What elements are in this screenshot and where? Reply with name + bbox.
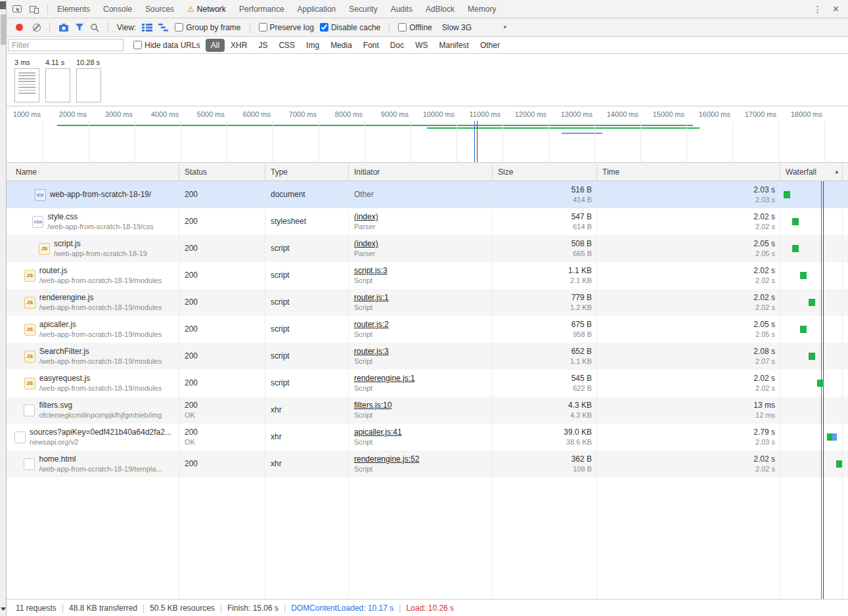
initiator-link[interactable]: router.js:1	[354, 293, 487, 303]
type-filter-js[interactable]: JS	[253, 39, 273, 52]
table-row[interactable]: apicaller.js /web-app-from-scratch-18-19…	[7, 316, 848, 343]
waterfall-bar[interactable]	[784, 191, 790, 198]
type-filter-font[interactable]: Font	[358, 39, 384, 52]
type-filter-doc[interactable]: Doc	[385, 39, 409, 52]
scrollbar-thumb[interactable]	[1, 14, 6, 45]
initiator-link[interactable]: renderengine.js:1	[354, 374, 487, 384]
initiator-link[interactable]: apicaller.js:41	[354, 428, 487, 437]
column-header-waterfall[interactable]: Waterfall ▲	[780, 163, 843, 181]
initiator-link[interactable]: Other	[354, 190, 487, 200]
table-row[interactable]: router.js /web-app-from-scratch-18-19/mo…	[7, 262, 848, 289]
initiator-link[interactable]: (index)	[354, 239, 487, 249]
waterfall-bar[interactable]	[800, 326, 807, 333]
column-header-time[interactable]: Time	[597, 163, 780, 181]
panel-tab-audits[interactable]: Audits	[384, 0, 419, 18]
search-icon[interactable]	[90, 23, 99, 32]
waterfall-bar[interactable]	[792, 245, 799, 252]
type-filter-manifest[interactable]: Manifest	[434, 39, 474, 52]
close-devtools-icon[interactable]: ×	[833, 3, 839, 15]
offline-checkbox-input[interactable]	[398, 23, 407, 32]
panel-tab-console[interactable]: Console	[97, 0, 139, 18]
group-by-frame-checkbox-input[interactable]	[175, 23, 183, 32]
view-request-rows-icon[interactable]	[142, 24, 152, 32]
panel-tab-adblock[interactable]: AdBlock	[419, 0, 461, 18]
more-options-icon[interactable]: ⋮	[813, 4, 822, 14]
column-header-initiator[interactable]: Initiator	[349, 163, 493, 181]
table-row[interactable]: web-app-from-scratch-18-19/ 200 document…	[7, 181, 848, 208]
type-filter-css[interactable]: CSS	[273, 39, 300, 52]
transferred-size: 362 B	[571, 454, 592, 464]
clear-button[interactable]	[33, 24, 41, 32]
type-filter-ws[interactable]: WS	[410, 39, 433, 52]
table-row[interactable]: style.css /web-app-from-scratch-18-19/cs…	[7, 208, 848, 235]
divider	[47, 4, 48, 14]
filmstrip-frame[interactable]: 4.11 s	[45, 58, 70, 106]
waterfall-bar[interactable]	[800, 272, 807, 279]
preserve-log-checkbox-input[interactable]	[259, 23, 267, 32]
type-filter-xhr[interactable]: XHR	[225, 39, 252, 52]
offline-checkbox[interactable]: Offline	[398, 23, 432, 32]
panel-tab-sources[interactable]: Sources	[139, 0, 181, 18]
transferred-size: 652 B	[571, 347, 592, 357]
filter-input[interactable]	[8, 39, 123, 51]
waterfall-bar[interactable]	[836, 460, 842, 468]
table-row[interactable]: renderengine.js /web-app-from-scratch-18…	[7, 289, 848, 316]
column-header-type[interactable]: Type	[265, 163, 349, 181]
filmstrip-thumbnail[interactable]	[76, 68, 101, 102]
throttling-select[interactable]: Slow 3G ▼	[442, 23, 508, 32]
table-row[interactable]: easyrequest.js /web-app-from-scratch-18-…	[7, 370, 848, 397]
table-row[interactable]: script.js /web-app-from-scratch-18-19 20…	[7, 235, 848, 262]
table-row[interactable]: home.html /web-app-from-scratch-18-19/te…	[7, 451, 848, 477]
waterfall-bar[interactable]	[832, 433, 837, 441]
column-header-name[interactable]: Name	[7, 163, 179, 181]
type-filter-other[interactable]: Other	[475, 39, 505, 52]
initiator-link[interactable]: renderengine.js:52	[354, 454, 487, 464]
disable-cache-checkbox[interactable]: Disable cache	[320, 23, 380, 32]
waterfall-bar[interactable]	[809, 353, 815, 360]
scrollbar-down-arrow-icon[interactable]	[1, 607, 6, 611]
initiator-link[interactable]: router.js:2	[354, 320, 487, 330]
type-filter-media[interactable]: Media	[325, 39, 357, 52]
initiator-link[interactable]: filters.js:10	[354, 401, 487, 410]
waterfall-bar[interactable]	[792, 218, 799, 225]
column-header-size[interactable]: Size	[493, 163, 597, 181]
cell-initiator: Other	[349, 181, 493, 208]
initiator-link[interactable]: router.js:3	[354, 347, 487, 357]
initiator-link[interactable]: script.js:3	[354, 266, 487, 276]
cell-status: 200	[179, 208, 265, 235]
hide-data-urls-checkbox[interactable]: Hide data URLs	[133, 41, 200, 50]
panel-tab-application[interactable]: Application	[291, 0, 343, 18]
initiator-link[interactable]: (index)	[354, 212, 487, 222]
filmstrip-thumbnail[interactable]	[14, 68, 39, 102]
table-row[interactable]: sources?apiKey=0edf421b40a64d2fa2... new…	[7, 424, 848, 451]
waterfall-bar[interactable]	[809, 299, 815, 306]
panel-tab-security[interactable]: Security	[342, 0, 384, 18]
panel-tab-elements[interactable]: Elements	[51, 0, 97, 18]
cell-name: filters.svg ofclemegkcmilinpcimpjkfhjfgm…	[7, 397, 179, 424]
filmstrip-thumbnail[interactable]	[45, 68, 70, 102]
column-header-status[interactable]: Status	[179, 163, 265, 181]
filmstrip-frame[interactable]: 10.28 s	[76, 58, 101, 106]
timeline-tick-label: 5000 ms	[185, 110, 225, 118]
waterfall-bar[interactable]	[817, 380, 824, 387]
waterfall-bar[interactable]	[827, 433, 832, 441]
panel-tab-performance[interactable]: Performance	[233, 0, 291, 18]
disable-cache-checkbox-input[interactable]	[320, 23, 328, 32]
inspect-element-icon[interactable]	[12, 4, 22, 14]
table-row[interactable]: filters.svg ofclemegkcmilinpcimpjkfhjfgm…	[7, 397, 848, 424]
device-toolbar-icon[interactable]	[29, 4, 39, 14]
group-by-frame-checkbox[interactable]: Group by frame	[175, 23, 240, 32]
hide-data-urls-checkbox-input[interactable]	[133, 41, 142, 49]
view-overview-icon[interactable]	[158, 24, 169, 32]
preserve-log-checkbox[interactable]: Preserve log	[259, 23, 314, 32]
type-filter-img[interactable]: Img	[301, 39, 324, 52]
page-scrollbar[interactable]	[0, 0, 7, 616]
filter-icon[interactable]	[75, 23, 84, 32]
capture-screenshots-icon[interactable]	[58, 23, 69, 32]
table-row[interactable]: SearchFilter.js /web-app-from-scratch-18…	[7, 343, 848, 370]
type-filter-all[interactable]: All	[206, 39, 225, 52]
record-button[interactable]	[16, 24, 23, 31]
filmstrip-frame[interactable]: 3 ms	[14, 58, 39, 106]
panel-tab-memory[interactable]: Memory	[461, 0, 502, 18]
panel-tab-network[interactable]: ⚠ Network	[181, 0, 233, 18]
